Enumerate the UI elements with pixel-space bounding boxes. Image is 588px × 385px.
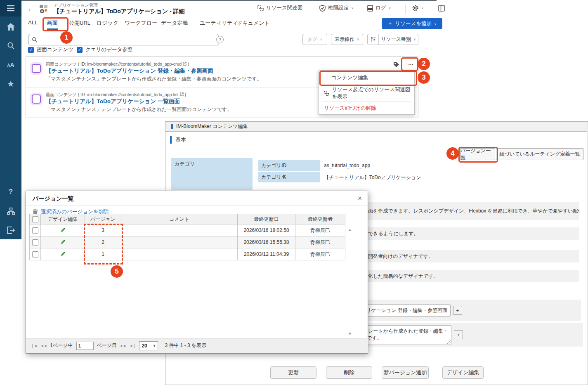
resource-map-icon [257, 5, 264, 11]
sidebar-item-help[interactable]: ? [0, 185, 21, 199]
design-edit-cell[interactable] [40, 224, 85, 236]
search-help-icon[interactable]: ? [216, 36, 224, 43]
checkbox-empty-icon [32, 216, 38, 222]
filter-query-data-ref[interactable]: ✓ クエリのデータ参照 [77, 46, 132, 53]
annotation-step-3: 3 [418, 71, 430, 84]
resize-handle-icon[interactable] [447, 340, 451, 344]
tab-utility[interactable]: ユーティリティ [200, 19, 238, 27]
dialog-title: バージョン一覧 [33, 195, 73, 203]
sidebar-item-search[interactable] [0, 39, 21, 53]
category-name-value: 【チュートリアル】ToDoアプリケーション [324, 174, 421, 181]
window-title-bar-icon [171, 124, 173, 129]
tab-document[interactable]: ドキュメント [237, 19, 270, 27]
column-header-design-edit[interactable]: デザイン編集 [40, 214, 85, 224]
divider [26, 205, 367, 205]
close-button[interactable]: × [358, 194, 362, 203]
page-number-input[interactable] [76, 342, 94, 350]
comment-cell [121, 224, 238, 236]
log-icon [367, 5, 373, 12]
divider [431, 5, 431, 14]
tag-filter-button[interactable]: タグ∨ [302, 34, 327, 45]
design-edit-cell[interactable] [40, 248, 85, 260]
split-view-button[interactable] [438, 5, 445, 13]
next-page-icon[interactable]: ►► [120, 344, 127, 348]
content-description-textarea[interactable]: テンプレートから作成された登録・編集・ です。 [364, 325, 451, 345]
sort-resource-type-control[interactable]: リソース種別 ∨ [367, 34, 418, 45]
scroll-down-icon[interactable]: ▼ [348, 331, 352, 336]
menu-item-unlink-resource[interactable]: リソース紐づけの解除 [319, 102, 414, 114]
delete-button[interactable]: 削除 [326, 366, 372, 379]
version-list-dialog: バージョン一覧 × 選択済みのバージョンを削除 デザイン編集 バージョン コメン… [26, 191, 368, 354]
row-checkbox[interactable] [29, 236, 41, 248]
add-resource-button[interactable]: ＋ リソースを追加 ∨ [382, 18, 442, 29]
resource-title[interactable]: 【チュートリアル】ToDoアプリケーション 一覧画面 [46, 98, 180, 105]
log-button[interactable]: ログ ∨ [367, 5, 391, 12]
column-header-updated[interactable]: 最終更新日 [237, 214, 295, 224]
sidebar-item-favorites[interactable]: ★ [0, 77, 21, 91]
back-button[interactable]: ← [27, 5, 34, 13]
tab-workflow[interactable]: ワークフロー [125, 19, 157, 27]
tab-logic[interactable]: ロジック [97, 19, 118, 27]
sidebar: AA ★ ? [0, 0, 21, 239]
row-checkbox[interactable] [29, 224, 41, 236]
pencil-icon[interactable] [59, 227, 66, 234]
column-header-comment[interactable]: コメント [121, 214, 238, 224]
annotation-box-version-list-button [458, 147, 498, 163]
updater-cell: 青柳辰巳 [295, 248, 345, 260]
sort-icon [368, 34, 379, 45]
designer-description-row: 化した簡易的なデザイナです。 [363, 270, 579, 282]
bloommaker-panel-header: IM-BloomMaker コンテンツ編集 [165, 121, 587, 132]
display-operation-button[interactable]: 表示操作∨ [331, 34, 363, 45]
column-header-updater[interactable]: 最終更新者 [295, 214, 345, 224]
sitemap-icon [7, 208, 15, 215]
design-edit-cell[interactable] [40, 236, 85, 248]
app-icon [39, 4, 49, 15]
filter-screen-contents[interactable]: ✓ 画面コンテンツ [28, 46, 73, 53]
tag-icon[interactable] [393, 61, 399, 69]
scroll-up-icon[interactable]: ▲ [348, 227, 352, 232]
select-all-checkbox[interactable] [29, 214, 41, 224]
add-new-version-button[interactable]: 新バージョン追加 [382, 366, 429, 379]
tab-all[interactable]: ALL [28, 19, 38, 26]
page-size-select[interactable]: 20 ∨ [139, 341, 158, 350]
tab-data-definition[interactable]: データ定義 [161, 19, 188, 27]
gear-icon [412, 5, 419, 12]
updated-cell: 2026/03/12 11:04:39 [237, 248, 295, 260]
resource-title[interactable]: 【チュートリアル】ToDoアプリケーション 登録・編集・参照画面 [46, 67, 213, 75]
search-input[interactable] [28, 34, 219, 45]
content-name-input[interactable]: Doアプリケーション 登録・編集・参照画面 [364, 304, 451, 317]
row-checkbox[interactable] [29, 248, 41, 260]
split-panel-icon [438, 5, 445, 12]
back-arrow-icon: ← [27, 5, 34, 12]
menu-item-show-resource-map[interactable]: リソース起点でのリソース関連図を表示 [319, 87, 414, 99]
category-label: カテゴリ [171, 158, 253, 190]
sidebar-item-logout[interactable] [0, 223, 21, 237]
app-header: ← アプリケーション管理 【チュートリアル】ToDoアプリケーション - 詳細 … [21, 0, 437, 18]
update-button[interactable]: 更新 [270, 366, 316, 379]
sidebar-item-home[interactable] [0, 20, 21, 34]
design-edit-button[interactable]: デザイン編集 [442, 366, 484, 379]
add-locale-button[interactable]: + [454, 330, 463, 339]
settings-button[interactable]: ∨ [412, 5, 424, 12]
hamburger-menu-button[interactable] [0, 0, 21, 17]
checkbox-checked-icon: ✓ [77, 47, 83, 53]
add-locale-button[interactable]: + [453, 306, 462, 315]
column-header-version[interactable]: バージョン [85, 214, 121, 224]
resource-id-line: 画面コンテンツ ( ID: im-bloommaker://contents/t… [46, 61, 189, 67]
sidebar-item-sitemap[interactable] [0, 204, 21, 218]
breadcrumb: アプリケーション管理 [54, 2, 98, 8]
tab-public-url[interactable]: 公開URL [69, 19, 90, 27]
permissions-button[interactable]: 権限設定 ∨ [319, 5, 354, 12]
pencil-icon[interactable] [59, 251, 66, 257]
screen: AA ★ ? ← アプリケーション管理 【チュートリアル】ToDoアプリケーショ… [0, 0, 588, 385]
pencil-icon[interactable] [59, 239, 66, 246]
last-page-icon[interactable]: ►❘ [130, 344, 136, 348]
chevron-down-icon: ∨ [153, 344, 156, 347]
chevron-down-icon: ∨ [357, 38, 359, 41]
resource-map-button[interactable]: リソース関連図 [257, 5, 302, 12]
first-page-icon[interactable]: ❘◄ [31, 344, 37, 348]
comment-cell [121, 248, 238, 260]
sidebar-item-font-size[interactable]: AA [0, 58, 21, 72]
prev-page-icon[interactable]: ◄◄ [40, 344, 47, 348]
routing-list-button[interactable]: 紐づいているルーティング定義一覧 [496, 148, 583, 160]
